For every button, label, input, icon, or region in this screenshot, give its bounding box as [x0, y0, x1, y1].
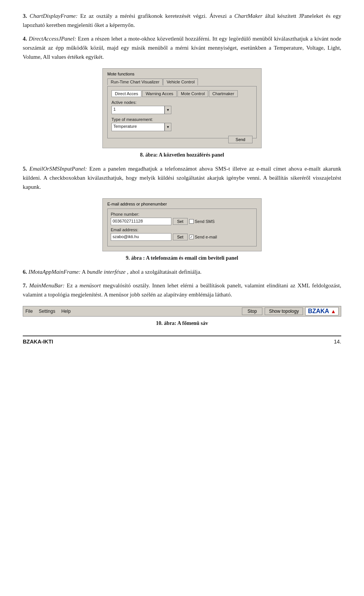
sub-tab-direct[interactable]: Direct Acces — [111, 90, 141, 97]
email-label: Email address: — [111, 227, 253, 232]
p6-number: 6. — [23, 269, 27, 275]
p4-number: 4. — [23, 36, 27, 42]
measurement-select[interactable]: Temperature — [111, 123, 165, 131]
sub-tab-bar: Direct Acces Warning Acces Mote Control … — [111, 90, 253, 97]
phone-set-button[interactable]: Set — [173, 218, 188, 225]
logo: BZAKA ▲ — [305, 307, 339, 315]
active-nodes-field: 1 ▼ — [111, 106, 253, 114]
phone-row: 0036702711128 Set Send SMS — [111, 218, 253, 225]
email-checkbox[interactable] — [189, 235, 194, 239]
content-area: 3. ChartDisplayFrame: Ez az osztály a mé… — [23, 11, 341, 348]
p7-classname: MainMenuBar: — [29, 282, 64, 289]
email-panel-title: E-mail address or phonenumber — [107, 202, 257, 206]
paragraph-7: 7. MainMenuBar: Ez a menüsort megvalósít… — [23, 281, 341, 299]
p3-classname: ChartDisplayFrame: — [30, 13, 78, 19]
p3-number: 3. — [23, 13, 27, 19]
email-input[interactable]: szabo@ikti.hu — [111, 233, 171, 241]
menu-file[interactable]: File — [25, 309, 33, 314]
measurement-field: Temperature ▼ — [111, 123, 253, 131]
phone-input[interactable]: 0036702711128 — [111, 218, 171, 225]
p5-number: 5. — [23, 166, 27, 172]
menu-help[interactable]: Help — [61, 309, 71, 314]
p4-classname: DirectAccessJPanel: — [29, 36, 76, 42]
sub-tab-warning[interactable]: Warning Acces — [142, 90, 177, 97]
p6-classname: IMotaAppMainFrame: — [28, 269, 80, 275]
measurement-label: Type of measurement: — [111, 117, 253, 122]
p6-bundle: bundle interfésze — [87, 269, 126, 275]
tab-runtime-chart[interactable]: Run-Time Chart Visualizer — [107, 78, 163, 85]
mote-panel-title: Mote functions — [107, 72, 257, 76]
paragraph-6: 6. IMotaAppMainFrame: A bundle interfész… — [23, 267, 341, 276]
logo-text: BZAKA — [308, 308, 329, 315]
mote-tab-bar: Run-Time Chart Visualizer Vehicle Contro… — [107, 78, 257, 85]
email-checkbox-label: Send e-mail — [189, 235, 217, 239]
active-nodes-label: Active nodes: — [111, 100, 253, 105]
email-set-button[interactable]: Set — [173, 234, 188, 240]
footer-left: BZAKA-IKTI — [23, 339, 53, 345]
footer: BZAKA-IKTI 14. — [23, 336, 341, 348]
tab-vehicle-control[interactable]: Vehicle Control — [163, 78, 198, 85]
send-button[interactable]: Send — [228, 136, 253, 143]
email-panel: E-mail address or phonenumber Phone numb… — [102, 198, 262, 251]
logo-triangle-icon: ▲ — [331, 308, 336, 314]
figure-9-caption: 9. ábra : A telefonszám és email cím bev… — [23, 255, 341, 261]
figure-10-container: File Settings Help Stop Show topology BZ… — [23, 306, 341, 317]
p5-classname: EmailOrSMSInputPanel: — [30, 166, 87, 172]
paragraph-4: 4. DirectAccessJPanel: Ezen a részen leh… — [23, 34, 341, 61]
paragraph-3: 3. ChartDisplayFrame: Ez az osztály a mé… — [23, 11, 341, 30]
email-panel-inner: Phone number: 0036702711128 Set Send SMS… — [107, 209, 257, 246]
menu-items: File Settings Help — [25, 309, 242, 314]
sms-checkbox-label: Send SMS — [189, 219, 215, 224]
sms-label-text: Send SMS — [195, 219, 215, 224]
active-nodes-select[interactable]: 1 — [111, 106, 165, 114]
p7-menusort: menüsort — [80, 282, 101, 289]
measurement-dropdown-arrow[interactable]: ▼ — [165, 123, 171, 131]
p6-text: A — [82, 269, 87, 275]
mote-tab-group: Run-Time Chart Visualizer Vehicle Contro… — [107, 78, 198, 85]
sub-tab-chartmaker[interactable]: Chartmaker — [209, 90, 237, 97]
p7-text: Ez a — [67, 282, 80, 289]
mote-panel-inner: Direct Acces Warning Acces Mote Control … — [107, 86, 257, 138]
figure-8-container: Mote functions Run-Time Chart Visualizer… — [23, 68, 341, 148]
p6-text2: , ahol a szolgáltatásait definiálja. — [127, 269, 202, 275]
figure-9-container: E-mail address or phonenumber Phone numb… — [23, 198, 341, 251]
email-row: szabo@ikti.hu Set Send e-mail — [111, 233, 253, 241]
stop-button[interactable]: Stop — [242, 307, 263, 315]
show-topology-button[interactable]: Show topology — [265, 307, 303, 315]
figure-10-caption: 10. ábra: A főmenü sáv — [23, 320, 341, 326]
sms-checkbox[interactable] — [189, 219, 194, 224]
phone-label: Phone number: — [111, 212, 253, 216]
menu-right: Stop Show topology BZAKA ▲ — [242, 307, 339, 315]
footer-right: 14. — [334, 339, 341, 345]
active-nodes-dropdown-arrow[interactable]: ▼ — [165, 106, 171, 114]
email-check-text: Send e-mail — [195, 235, 217, 239]
paragraph-5: 5. EmailOrSMSInputPanel: Ezen a panelen … — [23, 164, 341, 191]
p3-text: Ez az osztály a mérési grafikonok kerete… — [80, 13, 234, 19]
menu-bar: File Settings Help Stop Show topology BZ… — [23, 306, 341, 317]
sub-tab-mote-control[interactable]: Mote Control — [177, 90, 208, 97]
p7-number: 7. — [23, 282, 27, 289]
menu-settings[interactable]: Settings — [39, 309, 55, 314]
p3-chartmaker: ChartMaker — [234, 13, 262, 19]
figure-8-caption: 8. ábra: A közvetlen hozzáférés panel — [23, 152, 341, 158]
mote-functions-panel: Mote functions Run-Time Chart Visualizer… — [102, 68, 262, 148]
